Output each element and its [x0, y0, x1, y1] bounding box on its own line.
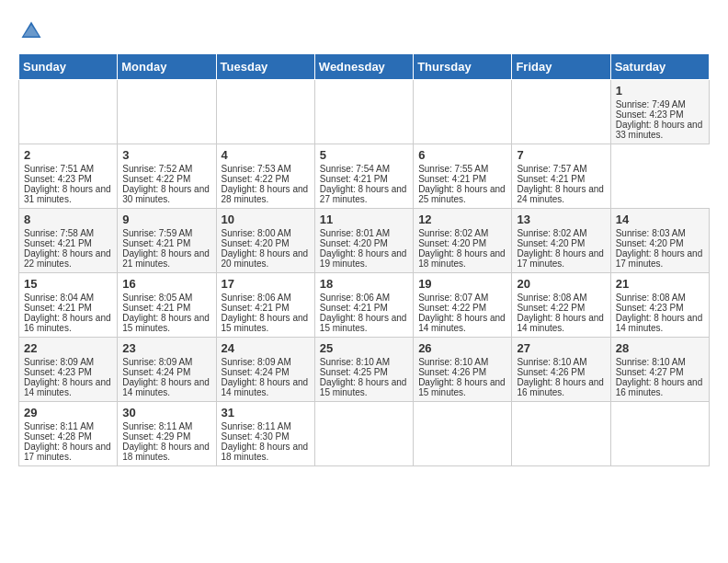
calendar-cell: 27Sunrise: 8:10 AMSunset: 4:26 PMDayligh… [512, 338, 610, 402]
sunrise: Sunrise: 8:10 AM [418, 357, 488, 367]
sunrise: Sunrise: 8:01 AM [320, 228, 390, 238]
sunset: Sunset: 4:20 PM [320, 238, 388, 248]
day-number: 17 [222, 277, 310, 291]
daylight: Daylight: 8 hours and 27 minutes. [320, 184, 407, 204]
daylight: Daylight: 8 hours and 15 minutes. [222, 313, 309, 333]
calendar-table: SundayMondayTuesdayWednesdayThursdayFrid… [18, 53, 710, 466]
calendar-cell: 22Sunrise: 8:09 AMSunset: 4:23 PMDayligh… [19, 338, 118, 402]
daylight: Daylight: 8 hours and 15 minutes. [320, 313, 407, 333]
calendar-cell: 1Sunrise: 7:49 AMSunset: 4:23 PMDaylight… [610, 80, 709, 144]
day-number: 7 [517, 148, 605, 162]
daylight: Daylight: 8 hours and 18 minutes. [222, 442, 309, 462]
calendar-cell: 28Sunrise: 8:10 AMSunset: 4:27 PMDayligh… [610, 338, 709, 402]
sunset: Sunset: 4:23 PM [24, 367, 92, 377]
calendar-cell: 25Sunrise: 8:10 AMSunset: 4:25 PMDayligh… [314, 338, 413, 402]
daylight: Daylight: 8 hours and 17 minutes. [24, 442, 111, 462]
daylight: Daylight: 8 hours and 17 minutes. [616, 248, 703, 269]
sunrise: Sunrise: 8:07 AM [418, 293, 488, 303]
sunset: Sunset: 4:21 PM [122, 303, 190, 313]
calendar-cell: 19Sunrise: 8:07 AMSunset: 4:22 PMDayligh… [414, 273, 512, 338]
day-number: 11 [320, 213, 408, 226]
sunrise: Sunrise: 8:09 AM [122, 357, 192, 367]
sunset: Sunset: 4:30 PM [222, 431, 290, 442]
day-number: 4 [222, 148, 310, 162]
calendar-cell [610, 402, 709, 466]
calendar-cell: 18Sunrise: 8:06 AMSunset: 4:21 PMDayligh… [314, 273, 413, 338]
calendar-row: 22Sunrise: 8:09 AMSunset: 4:23 PMDayligh… [19, 338, 710, 402]
calendar-row: 2Sunrise: 7:51 AMSunset: 4:23 PMDaylight… [19, 144, 710, 209]
calendar-cell: 11Sunrise: 8:01 AMSunset: 4:20 PMDayligh… [314, 209, 413, 273]
sunset: Sunset: 4:27 PM [616, 367, 684, 377]
sunset: Sunset: 4:22 PM [122, 174, 190, 184]
day-number: 12 [418, 213, 506, 226]
daylight: Daylight: 8 hours and 18 minutes. [418, 248, 506, 269]
daylight: Daylight: 8 hours and 19 minutes. [320, 248, 407, 269]
daylight: Daylight: 8 hours and 15 minutes. [122, 313, 210, 333]
calendar-cell: 16Sunrise: 8:05 AMSunset: 4:21 PMDayligh… [118, 273, 216, 338]
day-number: 24 [222, 341, 310, 355]
day-number: 31 [222, 406, 310, 419]
page-header [18, 18, 710, 44]
day-number: 28 [616, 341, 704, 355]
daylight: Daylight: 8 hours and 24 minutes. [517, 184, 604, 204]
sunset: Sunset: 4:25 PM [320, 367, 388, 377]
sunset: Sunset: 4:24 PM [222, 367, 290, 377]
sunrise: Sunrise: 7:59 AM [122, 228, 192, 238]
sunset: Sunset: 4:24 PM [122, 367, 190, 377]
day-number: 23 [122, 341, 210, 355]
daylight: Daylight: 8 hours and 14 minutes. [418, 313, 506, 333]
day-number: 14 [616, 213, 704, 226]
sunset: Sunset: 4:21 PM [320, 174, 388, 184]
day-number: 19 [418, 277, 506, 291]
sunset: Sunset: 4:21 PM [24, 303, 92, 313]
day-number: 3 [122, 148, 210, 162]
day-number: 20 [517, 277, 605, 291]
sunrise: Sunrise: 8:06 AM [222, 293, 291, 303]
day-number: 9 [122, 213, 210, 226]
daylight: Daylight: 8 hours and 16 minutes. [517, 377, 604, 397]
daylight: Daylight: 8 hours and 33 minutes. [616, 120, 703, 140]
sunset: Sunset: 4:20 PM [222, 238, 290, 248]
sunset: Sunset: 4:23 PM [616, 303, 684, 313]
sunrise: Sunrise: 7:53 AM [222, 164, 291, 174]
sunrise: Sunrise: 8:10 AM [616, 357, 686, 367]
sunset: Sunset: 4:21 PM [222, 303, 290, 313]
sunset: Sunset: 4:21 PM [320, 303, 388, 313]
sunrise: Sunrise: 7:58 AM [24, 228, 94, 238]
calendar-cell: 14Sunrise: 8:03 AMSunset: 4:20 PMDayligh… [610, 209, 709, 273]
sunrise: Sunrise: 8:11 AM [24, 421, 94, 431]
calendar-cell: 5Sunrise: 7:54 AMSunset: 4:21 PMDaylight… [314, 144, 413, 209]
sunset: Sunset: 4:26 PM [418, 367, 486, 377]
calendar-cell: 21Sunrise: 8:08 AMSunset: 4:23 PMDayligh… [610, 273, 709, 338]
sunrise: Sunrise: 7:52 AM [122, 164, 192, 174]
calendar-cell: 13Sunrise: 8:02 AMSunset: 4:20 PMDayligh… [512, 209, 610, 273]
day-number: 21 [616, 277, 704, 291]
sunrise: Sunrise: 8:00 AM [222, 228, 291, 238]
sunrise: Sunrise: 7:55 AM [418, 164, 488, 174]
sunset: Sunset: 4:20 PM [517, 238, 585, 248]
day-number: 13 [517, 213, 605, 226]
sunset: Sunset: 4:20 PM [616, 238, 684, 248]
day-of-week-header: Friday [512, 54, 610, 80]
sunrise: Sunrise: 7:51 AM [24, 164, 94, 174]
calendar-cell: 6Sunrise: 7:55 AMSunset: 4:21 PMDaylight… [414, 144, 512, 209]
logo-icon [18, 18, 44, 44]
daylight: Daylight: 8 hours and 16 minutes. [24, 313, 111, 333]
daylight: Daylight: 8 hours and 14 minutes. [24, 377, 111, 397]
day-number: 8 [24, 213, 112, 226]
calendar-cell: 20Sunrise: 8:08 AMSunset: 4:22 PMDayligh… [512, 273, 610, 338]
sunset: Sunset: 4:21 PM [517, 174, 585, 184]
calendar-header-row: SundayMondayTuesdayWednesdayThursdayFrid… [19, 54, 710, 80]
day-number: 27 [517, 341, 605, 355]
sunrise: Sunrise: 8:05 AM [122, 293, 192, 303]
calendar-cell: 10Sunrise: 8:00 AMSunset: 4:20 PMDayligh… [216, 209, 314, 273]
daylight: Daylight: 8 hours and 22 minutes. [24, 248, 111, 269]
calendar-row: 1Sunrise: 7:49 AMSunset: 4:23 PMDaylight… [19, 80, 710, 144]
sunset: Sunset: 4:23 PM [24, 174, 92, 184]
sunrise: Sunrise: 8:10 AM [320, 357, 390, 367]
sunrise: Sunrise: 8:03 AM [616, 228, 686, 238]
day-number: 30 [122, 406, 210, 419]
calendar-cell: 4Sunrise: 7:53 AMSunset: 4:22 PMDaylight… [216, 144, 314, 209]
day-number: 29 [24, 406, 112, 419]
sunrise: Sunrise: 7:54 AM [320, 164, 390, 174]
